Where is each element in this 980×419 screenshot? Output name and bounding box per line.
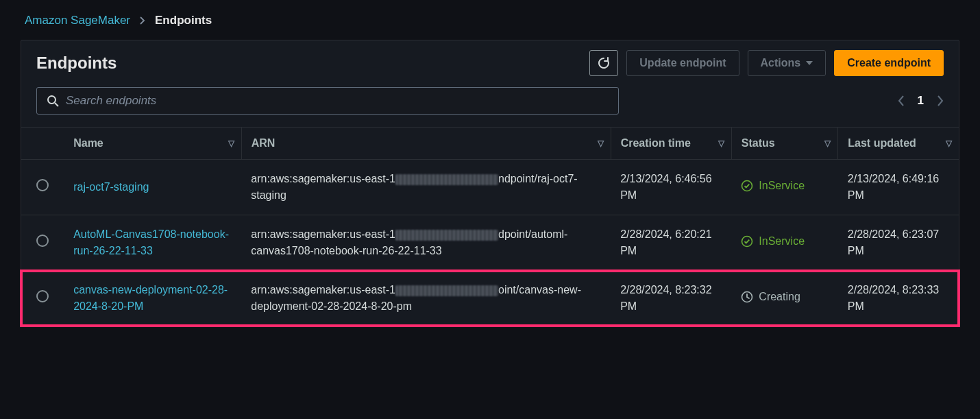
status-badge: InService: [741, 178, 805, 194]
endpoints-table: Name ▽ ARN ▽ Creation time ▽ Status ▽ La…: [21, 127, 959, 326]
endpoint-arn: arn:aws:sagemaker:us-east-1dpoint/automl…: [241, 215, 611, 271]
col-select: [21, 128, 64, 160]
last-updated: 2/28/2024, 8:23:33 PM: [838, 271, 959, 326]
row-radio[interactable]: [36, 290, 49, 302]
check-circle-icon: [741, 180, 753, 192]
redacted-segment: [395, 285, 498, 296]
col-arn[interactable]: ARN ▽: [241, 128, 611, 160]
endpoint-name-link[interactable]: AutoML-Canvas1708-notebook-run-26-22-11-…: [73, 228, 229, 256]
refresh-icon: [597, 56, 611, 70]
update-endpoint-label: Update endpoint: [639, 57, 726, 69]
arn-prefix: arn:aws:sagemaker:us-east-1: [251, 173, 395, 184]
pager: 1: [898, 94, 944, 108]
sort-icon: ▽: [824, 139, 831, 148]
last-updated: 2/13/2024, 6:49:16 PM: [838, 160, 959, 215]
col-status[interactable]: Status ▽: [731, 128, 837, 160]
chevron-right-icon: [140, 16, 145, 25]
last-updated: 2/28/2024, 6:23:07 PM: [838, 215, 959, 271]
endpoint-name-link[interactable]: canvas-new-deployment-02-28-2024-8-20-PM: [73, 284, 228, 312]
col-updated-label: Last updated: [848, 137, 916, 149]
svg-point-0: [48, 96, 56, 104]
actions-dropdown[interactable]: Actions: [748, 50, 826, 76]
status-text: InService: [759, 178, 805, 194]
breadcrumb: Amazon SageMaker Endpoints: [21, 14, 959, 27]
col-status-label: Status: [742, 137, 775, 149]
row-radio[interactable]: [36, 179, 49, 191]
redacted-segment: [395, 230, 498, 241]
col-creation[interactable]: Creation time ▽: [611, 128, 731, 160]
table-row: canvas-new-deployment-02-28-2024-8-20-PM…: [21, 271, 959, 326]
endpoint-arn: arn:aws:sagemaker:us-east-1oint/canvas-n…: [241, 271, 611, 326]
status-text: InService: [759, 233, 805, 250]
creation-time: 2/28/2024, 6:20:21 PM: [611, 215, 731, 271]
search-input[interactable]: [66, 94, 609, 108]
col-name-label: Name: [73, 137, 103, 149]
create-endpoint-label: Create endpoint: [847, 57, 931, 69]
status-badge: InService: [741, 233, 805, 250]
search-icon: [47, 95, 59, 107]
panel-header: Endpoints Update endpoint Actions Create…: [21, 40, 959, 82]
svg-line-1: [55, 103, 58, 106]
creation-time: 2/13/2024, 6:46:56 PM: [611, 160, 731, 215]
col-name[interactable]: Name ▽: [64, 128, 241, 160]
breadcrumb-parent[interactable]: Amazon SageMaker: [25, 14, 130, 27]
table-row: raj-oct7-stagingarn:aws:sagemaker:us-eas…: [21, 160, 959, 215]
status-text: Creating: [759, 289, 800, 305]
row-radio[interactable]: [36, 235, 49, 247]
col-creation-label: Creation time: [621, 137, 691, 149]
arn-prefix: arn:aws:sagemaker:us-east-1: [251, 284, 395, 296]
endpoint-name-link[interactable]: raj-oct7-staging: [73, 181, 149, 193]
pager-page: 1: [918, 94, 924, 108]
pager-prev[interactable]: [898, 95, 904, 106]
clock-icon: [741, 291, 753, 303]
sort-icon: ▽: [718, 139, 724, 148]
status-badge: Creating: [741, 289, 800, 305]
actions-label: Actions: [761, 57, 801, 69]
breadcrumb-current: Endpoints: [155, 14, 212, 27]
page-title: Endpoints: [36, 53, 581, 73]
arn-prefix: arn:aws:sagemaker:us-east-1: [251, 228, 395, 240]
sort-icon: ▽: [598, 139, 604, 148]
refresh-button[interactable]: [589, 50, 618, 76]
check-circle-icon: [741, 235, 753, 248]
table-row: AutoML-Canvas1708-notebook-run-26-22-11-…: [21, 215, 959, 271]
redacted-segment: [395, 174, 498, 185]
col-arn-label: ARN: [252, 137, 275, 149]
endpoint-arn: arn:aws:sagemaker:us-east-1ndpoint/raj-o…: [241, 160, 611, 215]
sort-icon: ▽: [946, 139, 952, 148]
create-endpoint-button[interactable]: Create endpoint: [834, 50, 944, 76]
col-updated[interactable]: Last updated ▽: [838, 128, 959, 160]
pager-next[interactable]: [938, 95, 944, 106]
creation-time: 2/28/2024, 8:23:32 PM: [611, 271, 731, 326]
search-box[interactable]: [36, 87, 619, 115]
update-endpoint-button[interactable]: Update endpoint: [626, 50, 739, 76]
caret-down-icon: [806, 61, 813, 65]
endpoints-panel: Endpoints Update endpoint Actions Create…: [21, 40, 959, 326]
sort-icon: ▽: [228, 139, 234, 148]
search-row: 1: [21, 82, 959, 127]
